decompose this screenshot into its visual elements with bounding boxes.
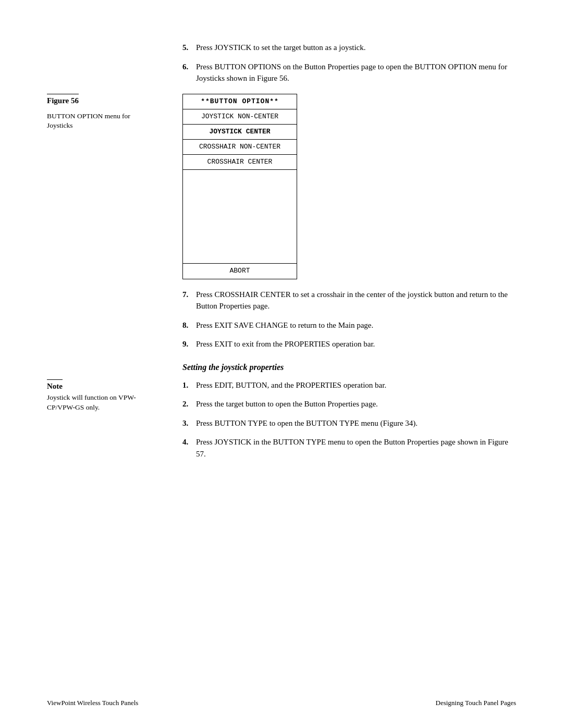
figure-56-section: Figure 56 BUTTON OPTION menu for Joystic… <box>47 94 516 279</box>
joystick-step-3: 3. Press BUTTON TYPE to open the BUTTON … <box>182 417 516 429</box>
joystick-step-1: 1. Press EDIT, BUTTON, and the PROPERTIE… <box>182 379 516 391</box>
step-9-number: 9. <box>182 338 196 350</box>
joystick-step-2-text: Press the target button to open the Butt… <box>196 398 516 410</box>
figure-56-caption-line2: Joysticks <box>47 121 73 129</box>
joystick-step-4: 4. Press JOYSTICK in the BUTTON TYPE men… <box>182 436 516 460</box>
middle-steps-list: 7. Press CROSSHAIR CENTER to set a cross… <box>182 289 516 350</box>
joystick-step-4-number: 4. <box>182 436 196 460</box>
joystick-step-2: 2. Press the target button to open the B… <box>182 398 516 410</box>
page-footer: ViewPoint Wireless Touch Panels Designin… <box>47 699 516 707</box>
note-text-line1: Joystick will function on VPW- <box>47 393 136 401</box>
joystick-step-1-number: 1. <box>182 379 196 391</box>
menu-header: **BUTTON OPTION** <box>183 94 297 109</box>
joystick-step-1-text: Press EDIT, BUTTON, and the PROPERTIES o… <box>196 379 516 391</box>
step-7-text: Press CROSSHAIR CENTER to set a crosshai… <box>196 289 516 312</box>
footer-left: ViewPoint Wireless Touch Panels <box>47 699 138 707</box>
step-7-number: 7. <box>182 289 196 312</box>
step-9-text: Press EXIT to exit from the PROPERTIES o… <box>196 338 516 350</box>
joystick-step-4-text: Press JOYSTICK in the BUTTON TYPE menu t… <box>196 436 516 460</box>
button-option-menu: **BUTTON OPTION** JOYSTICK NON-CENTER JO… <box>182 94 297 279</box>
note-left: Note Joystick will function on VPW- CP/V… <box>47 379 182 470</box>
figure-56-right: **BUTTON OPTION** JOYSTICK NON-CENTER JO… <box>182 94 516 279</box>
figure-56-left: Figure 56 BUTTON OPTION menu for Joystic… <box>47 94 182 279</box>
step-8-number: 8. <box>182 319 196 331</box>
menu-row-crosshair-center: CROSSHAIR CENTER <box>183 155 297 170</box>
note-label: Note <box>47 379 63 391</box>
figure-56-caption: BUTTON OPTION menu for Joysticks <box>47 112 172 131</box>
step-6: 6. Press BUTTON OPTIONS on the Button Pr… <box>182 61 516 84</box>
joystick-steps-right: 1. Press EDIT, BUTTON, and the PROPERTIE… <box>182 379 516 470</box>
joystick-steps-list: 1. Press EDIT, BUTTON, and the PROPERTIE… <box>182 379 516 460</box>
menu-abort: ABORT <box>183 264 297 278</box>
note-text-line2: CP/VPW-GS only. <box>47 403 100 411</box>
joystick-props-section: Note Joystick will function on VPW- CP/V… <box>47 379 516 470</box>
step-5-text: Press JOYSTICK to set the target button … <box>196 42 516 54</box>
figure-56-caption-line1: BUTTON OPTION menu for <box>47 112 130 120</box>
step-5: 5. Press JOYSTICK to set the target butt… <box>182 42 516 54</box>
menu-spacer <box>183 170 297 264</box>
menu-row-crosshair-non-center: CROSSHAIR NON-CENTER <box>183 140 297 155</box>
joystick-step-3-text: Press BUTTON TYPE to open the BUTTON TYP… <box>196 417 516 429</box>
joystick-step-2-number: 2. <box>182 398 196 410</box>
page-container: 5. Press JOYSTICK to set the target butt… <box>0 0 563 728</box>
step-8: 8. Press EXIT SAVE CHANGE to return to t… <box>182 319 516 331</box>
step-7: 7. Press CROSSHAIR CENTER to set a cross… <box>182 289 516 312</box>
step-6-number: 6. <box>182 61 196 84</box>
joystick-step-3-number: 3. <box>182 417 196 429</box>
step-5-number: 5. <box>182 42 196 54</box>
note-text: Joystick will function on VPW- CP/VPW-GS… <box>47 393 172 413</box>
menu-row-joystick-center: JOYSTICK CENTER <box>183 125 297 140</box>
section-heading-joystick: Setting the joystick properties <box>182 363 516 372</box>
top-steps-list: 5. Press JOYSTICK to set the target butt… <box>182 42 516 84</box>
step-9: 9. Press EXIT to exit from the PROPERTIE… <box>182 338 516 350</box>
menu-row-joystick-non-center: JOYSTICK NON-CENTER <box>183 109 297 125</box>
footer-right: Designing Touch Panel Pages <box>436 699 516 707</box>
figure-56-label: Figure 56 <box>47 94 79 105</box>
step-8-text: Press EXIT SAVE CHANGE to return to the … <box>196 319 516 331</box>
step-6-text: Press BUTTON OPTIONS on the Button Prope… <box>196 61 516 84</box>
